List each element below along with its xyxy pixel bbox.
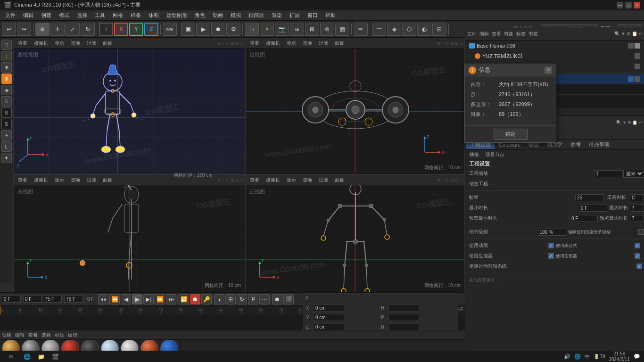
left-tool-7[interactable]: S xyxy=(1,107,12,118)
vp-bl-canvas[interactable]: Z Y CG模型主 xyxy=(14,185,245,292)
subtab-todo[interactable]: 待办事项 xyxy=(585,140,613,149)
prop-search-icon[interactable]: 🔍 xyxy=(616,120,621,125)
spline-tool[interactable]: 〜 xyxy=(372,23,386,36)
prop-content-area[interactable]: 工程缩放 厘米 缩放工程... 帧率 工程时长 最小时长 最大时 xyxy=(465,168,644,351)
vp-bl-panel[interactable]: 面板 xyxy=(100,176,115,184)
vp-tl-display[interactable]: 显示 xyxy=(52,40,66,47)
tray-network[interactable]: 🌐 xyxy=(574,354,581,360)
mat-view-label[interactable]: 查看 xyxy=(28,332,38,338)
menu-tracker[interactable]: 跟踪器 xyxy=(245,11,267,20)
obj-vis-dot-3[interactable] xyxy=(635,64,640,69)
render-settings[interactable]: ⚙ xyxy=(226,23,240,36)
plus-button[interactable]: + xyxy=(99,23,113,36)
vp-tl-canvas[interactable]: X Y Z CG模型主 CG模型主 www.CGMXW.com xyxy=(14,49,245,174)
axis-y-button[interactable]: Y xyxy=(129,23,143,36)
obj-item-2[interactable]: YÜZ TEMİZLİKCİ xyxy=(465,51,644,61)
menu-render[interactable]: 渲染 xyxy=(268,11,285,20)
mat-texture-label[interactable]: 纹理 xyxy=(68,332,77,338)
tl-loop[interactable]: 🔁 xyxy=(179,294,189,304)
vp-tr-canvas[interactable]: X Z CG模型主 www.CGMXW.com xyxy=(246,49,464,174)
rp-filter-icon[interactable]: ▼ xyxy=(621,31,626,36)
start-button[interactable]: ⊞ xyxy=(4,352,18,362)
tl-next-frame[interactable]: ▶| xyxy=(143,294,154,304)
axis-z-button[interactable]: Z xyxy=(144,23,158,36)
undo-button[interactable]: ↩ xyxy=(2,23,16,36)
rotate-tool[interactable]: ↻ xyxy=(81,23,95,36)
rp-search-icon[interactable]: 🔍 xyxy=(614,31,620,36)
vp-tr-camera[interactable]: 摄像机 xyxy=(264,40,282,47)
rp-menu-file[interactable]: 文件 xyxy=(467,31,477,37)
vp-tr-filter[interactable]: 过滤 xyxy=(316,40,330,47)
menu-mesh[interactable]: 网格 xyxy=(109,11,126,20)
viewport-top[interactable]: 查看 摄像机 显示 选项 过滤 面板 ⊕ ↕ ✛ ⊞ ⊟ □ xyxy=(245,38,465,174)
prop-input-fps[interactable] xyxy=(575,194,603,201)
sub-subtab-framevals[interactable]: 帧值 xyxy=(467,151,481,158)
coord-z-input[interactable] xyxy=(314,323,344,330)
viewport-right[interactable]: 查看 摄像机 显示 选项 过滤 面板 ⊕ ↕ ✛ ⊞ ⊟ □ xyxy=(13,174,245,292)
left-tool-8[interactable]: S xyxy=(1,119,12,129)
obj-vis-dot-4[interactable] xyxy=(628,76,634,82)
tl-goto-end[interactable]: ⏭ xyxy=(166,294,176,304)
vp-tr-display[interactable]: 显示 xyxy=(284,40,298,47)
menu-animate[interactable]: 动画 xyxy=(209,11,226,20)
taskbar-c4d[interactable]: 🎬 xyxy=(50,352,60,362)
rp-menu-tag[interactable]: 标签 xyxy=(516,31,526,37)
tl-rotate-key[interactable]: ↻ xyxy=(237,294,247,304)
coord-h-input[interactable] xyxy=(388,304,419,312)
menu-file[interactable]: 文件 xyxy=(2,11,19,20)
close-button[interactable]: ✕ xyxy=(634,2,640,8)
subtab-reference[interactable]: 参考 xyxy=(567,140,585,149)
skin-tool[interactable]: ▦ xyxy=(335,23,349,36)
vp-br-canvas[interactable]: X Y CG模型主 www.CGMXW.com xyxy=(246,185,464,292)
prop-clip-icon[interactable]: 📋 xyxy=(632,120,637,125)
cube-tool[interactable]: □ xyxy=(245,23,259,36)
maximize-button[interactable]: □ xyxy=(625,2,632,8)
left-tool-1[interactable]: ◻ xyxy=(1,40,12,50)
prop-filter-icon[interactable]: ▼ xyxy=(622,120,627,125)
vp-tl-filter[interactable]: 过滤 xyxy=(84,40,99,47)
prop-check-gen[interactable]: ✓ xyxy=(548,253,554,259)
vp-bl-filter[interactable]: 过滤 xyxy=(84,176,99,184)
menu-edit[interactable]: 编辑 xyxy=(20,11,37,20)
rp-settings-icon[interactable]: ⚙ xyxy=(627,31,631,36)
prop-gear-icon[interactable]: ⚙ xyxy=(627,120,631,125)
tl-keys[interactable]: ⬥ xyxy=(214,294,224,304)
menu-help[interactable]: 帮助 xyxy=(322,11,339,20)
redo-button[interactable]: ↪ xyxy=(17,23,31,36)
tl-record[interactable]: ⏺ xyxy=(190,294,200,304)
menu-window[interactable]: 窗口 xyxy=(304,11,321,20)
render-preview[interactable]: ▶ xyxy=(196,23,210,36)
minimize-button[interactable]: — xyxy=(617,2,623,8)
menu-character[interactable]: 角色 xyxy=(191,11,208,20)
menu-spline[interactable]: 样条 xyxy=(127,11,144,20)
taskbar-internet[interactable]: 🌐 xyxy=(22,352,32,362)
menu-volume[interactable]: 体积 xyxy=(145,11,162,20)
prop-input-preview-max[interactable] xyxy=(630,215,644,222)
material-tool[interactable]: ◐ xyxy=(417,23,431,36)
vp-bl-view[interactable]: 查看 xyxy=(16,176,30,184)
prop-input-maxlength[interactable] xyxy=(630,205,644,212)
mat-material-label[interactable]: 材质 xyxy=(55,332,64,338)
menu-tools[interactable]: 工具 xyxy=(91,11,108,20)
light-tool[interactable]: ✧ xyxy=(260,23,274,36)
tag-tool[interactable]: ⊟ xyxy=(432,23,446,36)
prop-check-moclip[interactable]: ✓ xyxy=(636,263,642,269)
obj-lock-1[interactable] xyxy=(635,43,640,49)
tl-record2[interactable]: ⏺ xyxy=(272,294,282,304)
menu-extend[interactable]: 扩展 xyxy=(286,11,303,20)
camera-tool[interactable]: 📷 xyxy=(275,23,289,36)
prop-undo-icon[interactable]: ↩ xyxy=(638,120,642,125)
boole-tool[interactable]: ⊗ xyxy=(320,23,334,36)
viewport-perspective[interactable]: 查看 摄像机 显示 选项 过滤 面板 ⊕ ↕ ✛ ⊞ ⊟ □ xyxy=(13,38,245,174)
vp-br-camera[interactable]: 摄像机 xyxy=(264,176,282,184)
tl-step-fwd[interactable]: ⏩ xyxy=(155,294,165,304)
array-tool[interactable]: ⊞ xyxy=(305,23,319,36)
pen-tool[interactable]: ✏ xyxy=(354,23,368,36)
tl-prev-frame[interactable]: ◀ xyxy=(121,294,131,304)
coord-p-input[interactable] xyxy=(388,314,419,321)
info-dialog-close[interactable]: ✕ xyxy=(545,66,552,74)
coord-y-input[interactable] xyxy=(314,314,344,321)
vp-tl-camera[interactable]: 摄像机 xyxy=(32,40,50,47)
tl-motion-key[interactable]: ⋯ xyxy=(259,294,270,304)
obj-vis-dot-1[interactable] xyxy=(628,43,634,49)
